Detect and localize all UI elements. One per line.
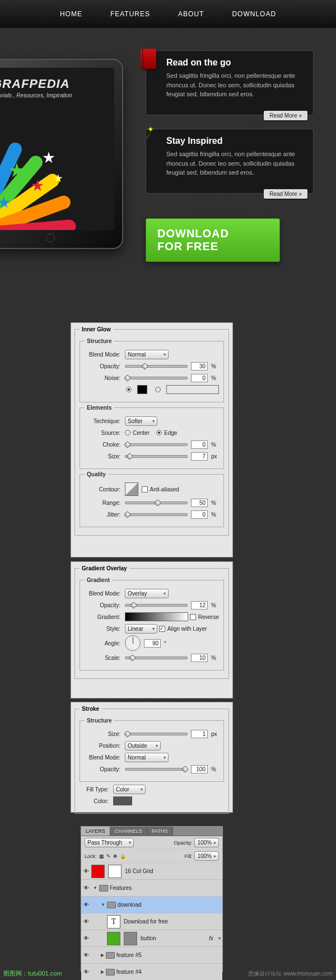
wm-br: 思缘设计论坛 www.missyuan.com [248,970,333,978]
ig-structure-legend: Structure [85,338,114,344]
ig-opacity-slider[interactable] [125,362,188,370]
go-opacity-slider[interactable] [125,601,188,609]
dl-line2: FOR FREE [157,240,279,253]
go-scale-label: Scale: [85,655,125,661]
st-blendmode-label: Blend Mode: [85,754,125,761]
ig-color-swatch[interactable] [137,385,147,394]
st-position-label: Position: [85,743,125,749]
ig-choke-label: Choke: [85,442,125,448]
go-opacity-value[interactable]: 12 [191,601,208,609]
fx-icon[interactable]: fx [209,935,213,941]
ig-color-radio[interactable] [126,387,132,392]
ig-size-label: Size: [85,453,125,459]
eye-icon[interactable]: 👁 [81,952,91,958]
ig-noise-slider[interactable] [125,374,188,382]
ig-gradient-radio[interactable] [155,387,161,392]
ig-contour-picker[interactable] [125,482,138,496]
go-style-select[interactable]: Linear▾ [125,624,157,634]
ig-opacity-value[interactable]: 30 [191,362,208,371]
layer-download-text[interactable]: 👁TDownload for free [81,913,222,930]
eye-icon[interactable]: 👁 [81,868,91,874]
st-blendmode-select[interactable]: Normal▾ [125,753,169,762]
layers-opacity-select[interactable]: 100%▸ [194,838,219,847]
st-structure-legend: Structure [85,718,114,724]
ig-source-center[interactable] [125,430,130,435]
go-angle-wheel[interactable] [125,635,141,651]
burst-graphic [0,140,87,230]
layer-grid[interactable]: 👁16 Col Grid [81,863,222,880]
st-size-value[interactable]: 1 [191,730,208,738]
layer-feature5-group[interactable]: 👁▶ feature #5 [81,947,222,964]
ig-choke-slider[interactable] [125,440,188,448]
layer-features-group[interactable]: 👁▼ Features [81,880,222,897]
st-opacity-value[interactable]: 100 [191,765,208,773]
read-more-1[interactable]: Read More » [264,111,307,120]
gradient-overlay-panel: Gradient Overlay Gradient Blend Mode: Ov… [71,561,233,698]
eye-icon[interactable]: 👁 [81,902,91,908]
tab-channels[interactable]: CHANNELS [110,827,147,836]
ig-source-edge[interactable] [156,430,162,435]
go-panel-legend: Gradient Overlay [80,565,129,571]
ig-jitter-slider[interactable] [125,510,188,518]
tab-layers[interactable]: LAYERS [81,827,110,836]
lock-pixels-icon[interactable]: ✎ [106,854,111,859]
feature-inspired-body: Sed sagittis fringilla orci, non pellent… [166,149,304,177]
ig-noise-value[interactable]: 0 [191,374,208,382]
ig-technique-select[interactable]: Softer▾ [125,416,157,426]
st-position-select[interactable]: Outside▾ [125,741,161,751]
ig-noise-label: Noise: [85,375,125,381]
st-size-slider[interactable] [125,730,188,738]
ig-opacity-label: Opacity: [85,363,125,369]
ig-gradient-strip[interactable] [166,385,219,394]
layers-mode-select[interactable]: Pass Through▾ [85,838,134,847]
layer-button[interactable]: 👁buttonfx▾ [81,930,222,947]
nav-home[interactable]: HOME [60,10,82,18]
eye-icon[interactable]: 👁 [81,885,91,891]
ig-jitter-value[interactable]: 0 [191,510,208,519]
eye-icon[interactable]: 👁 [81,969,91,975]
layers-fill-select[interactable]: 100%▸ [194,851,219,861]
st-size-label: Size: [85,731,125,737]
ig-range-label: Range: [85,500,125,506]
go-scale-value[interactable]: 10 [191,654,208,662]
ig-choke-value[interactable]: 0 [191,440,208,449]
st-filltype-label: Fill Type: [83,786,113,793]
ig-size-value[interactable]: 7 [191,452,208,461]
eye-icon[interactable]: 👁 [81,918,91,925]
tab-paths[interactable]: PATHS [147,827,173,836]
folder-icon [99,885,108,892]
st-color-swatch[interactable] [113,796,132,805]
read-more-2[interactable]: Read More » [264,189,307,199]
lock-all-icon[interactable]: 🔒 [120,854,126,859]
layer-feature4-group[interactable]: 👁▶ feature #4 [81,964,222,980]
go-gradient-picker[interactable] [125,612,188,621]
nav-features[interactable]: FEATURES [110,10,150,18]
st-opacity-slider[interactable] [125,765,188,773]
go-blendmode-select[interactable]: Overlay▾ [125,589,169,598]
st-filltype-select[interactable]: Color▾ [113,785,146,794]
tablet: GRAFPEDIA tutorials , Resources, Inspira… [0,59,123,249]
ig-contour-label: Contour: [85,486,125,493]
go-reverse-check[interactable] [190,614,196,620]
go-gradient-legend: Gradient [85,577,112,583]
go-angle-value[interactable]: 90 [144,639,161,648]
lock-transparent-icon[interactable]: ▦ [99,854,104,859]
lock-position-icon[interactable]: ✥ [113,854,118,859]
layer-download-group[interactable]: 👁▼ download [81,897,222,913]
ig-blendmode-select[interactable]: Normal▾ [125,350,169,359]
ig-blendmode-label: Blend Mode: [85,351,125,358]
download-button[interactable]: DOWNLOAD FOR FREE [146,218,280,262]
ig-source-label: Source: [85,430,125,436]
ig-size-slider[interactable] [125,452,188,460]
eye-icon[interactable]: 👁 [81,935,91,941]
ig-range-slider[interactable] [125,499,188,507]
wand-icon [141,127,156,147]
ig-antialiased-check[interactable] [142,486,148,493]
go-align-check[interactable] [159,626,165,632]
go-scale-slider[interactable] [125,654,188,662]
nav-about[interactable]: ABOUT [178,10,204,18]
ig-range-value[interactable]: 50 [191,499,208,507]
nav-download[interactable]: DOWNLOAD [232,10,276,18]
home-button-icon [46,233,55,242]
wm-bl: 图图网：tutu001.com [3,969,62,978]
